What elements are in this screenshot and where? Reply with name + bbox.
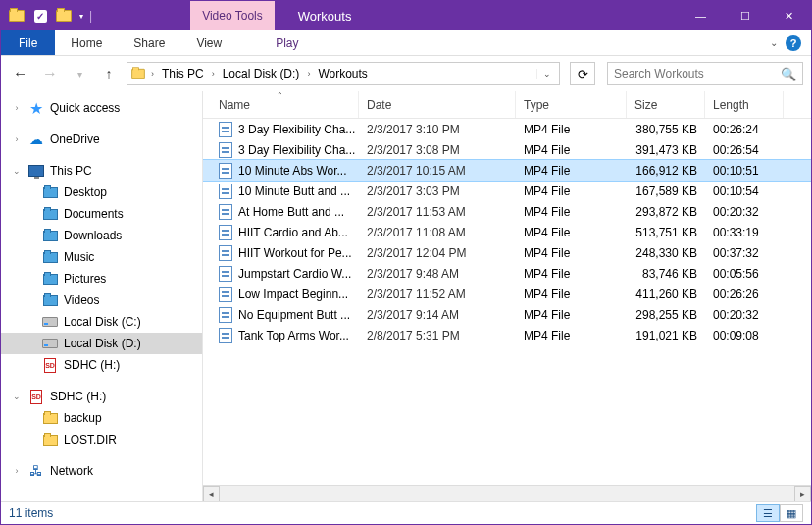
sidebar-onedrive[interactable]: › ☁ OneDrive bbox=[1, 129, 202, 150]
file-date: 2/3/2017 12:04 PM bbox=[359, 246, 516, 260]
sidebar-sdhc-1[interactable]: SDSDHC (H:) bbox=[1, 354, 202, 376]
maximize-button[interactable]: ☐ bbox=[723, 1, 767, 30]
recent-locations-icon[interactable]: ▾ bbox=[68, 62, 91, 85]
sidebar-network[interactable]: ›🖧Network bbox=[1, 460, 202, 482]
file-date: 2/3/2017 3:08 PM bbox=[359, 143, 516, 157]
minimize-button[interactable]: — bbox=[679, 1, 723, 30]
sidebar-desktop[interactable]: Desktop bbox=[1, 182, 202, 203]
file-date: 2/3/2017 11:53 AM bbox=[359, 205, 516, 219]
folder-icon bbox=[42, 292, 58, 308]
navigation-pane[interactable]: › ★ Quick access › ☁ OneDrive ⌄ This PC … bbox=[1, 91, 203, 501]
tab-home[interactable]: Home bbox=[55, 30, 118, 55]
sidebar-music[interactable]: Music bbox=[1, 246, 202, 268]
column-length[interactable]: Length bbox=[705, 91, 784, 118]
drive-icon bbox=[42, 336, 58, 351]
sidebar-local-c[interactable]: Local Disk (C:) bbox=[1, 311, 202, 333]
column-size[interactable]: Size bbox=[627, 91, 705, 118]
file-size: 380,755 KB bbox=[627, 123, 705, 136]
search-box[interactable]: 🔍 bbox=[607, 62, 803, 85]
item-count: 11 items bbox=[9, 506, 53, 520]
file-name: No Equipment Butt ... bbox=[238, 308, 350, 322]
file-date: 2/3/2017 11:08 AM bbox=[359, 226, 516, 239]
file-tab[interactable]: File bbox=[1, 30, 55, 55]
file-row[interactable]: 10 Minute Abs Wor...2/3/2017 10:15 AMMP4… bbox=[203, 160, 811, 181]
expander-icon[interactable]: ⌄ bbox=[11, 392, 23, 401]
expander-icon[interactable]: › bbox=[11, 103, 23, 113]
sidebar-videos[interactable]: Videos bbox=[1, 289, 202, 311]
crumb-workouts[interactable]: Workouts bbox=[314, 67, 371, 80]
sidebar-this-pc[interactable]: ⌄ This PC bbox=[1, 160, 202, 182]
sidebar-sdhc-2[interactable]: ⌄SDSDHC (H:) bbox=[1, 386, 202, 407]
scroll-left-icon[interactable]: ◂ bbox=[203, 486, 220, 502]
chevron-right-icon[interactable]: › bbox=[303, 69, 314, 79]
sidebar-lostdir[interactable]: LOST.DIR bbox=[1, 429, 202, 450]
file-row[interactable]: No Equipment Butt ...2/3/2017 9:14 AMMP4… bbox=[203, 304, 811, 325]
video-file-icon bbox=[219, 225, 232, 240]
file-row[interactable]: 3 Day Flexibility Cha...2/3/2017 3:08 PM… bbox=[203, 139, 811, 160]
column-date[interactable]: Date bbox=[359, 91, 516, 118]
horizontal-scrollbar[interactable]: ◂ ▸ bbox=[203, 485, 811, 501]
file-date: 2/3/2017 11:52 AM bbox=[359, 288, 516, 301]
file-row[interactable]: 3 Day Flexibility Cha...2/3/2017 3:10 PM… bbox=[203, 119, 811, 139]
address-bar[interactable]: › This PC › Local Disk (D:) › Workouts ⌄ bbox=[127, 62, 560, 85]
details-view-button[interactable]: ☰ bbox=[756, 504, 780, 522]
tab-view[interactable]: View bbox=[180, 30, 237, 55]
file-row[interactable]: At Home Butt and ...2/3/2017 11:53 AMMP4… bbox=[203, 201, 811, 222]
file-size: 166,912 KB bbox=[627, 164, 705, 178]
drive-icon bbox=[42, 314, 58, 330]
expander-icon[interactable]: › bbox=[11, 134, 23, 144]
chevron-right-icon[interactable]: › bbox=[208, 69, 219, 79]
explorer-icon[interactable] bbox=[7, 6, 26, 26]
file-type: MP4 File bbox=[516, 205, 627, 219]
file-name-cell: 10 Minute Butt and ... bbox=[211, 184, 359, 199]
sidebar-pictures[interactable]: Pictures bbox=[1, 268, 202, 289]
file-name-cell: No Equipment Butt ... bbox=[211, 307, 359, 323]
video-file-icon bbox=[219, 266, 232, 282]
properties-icon[interactable]: ✓ bbox=[30, 6, 50, 26]
file-row[interactable]: HIIT Cardio and Ab...2/3/2017 11:08 AMMP… bbox=[203, 222, 811, 242]
file-row[interactable]: Tank Top Arms Wor...2/8/2017 5:31 PMMP4 … bbox=[203, 325, 811, 345]
tab-play[interactable]: Play bbox=[260, 30, 314, 55]
file-row[interactable]: 10 Minute Butt and ...2/3/2017 3:03 PMMP… bbox=[203, 181, 811, 201]
scroll-track[interactable] bbox=[220, 486, 794, 502]
file-size: 411,260 KB bbox=[627, 288, 705, 301]
thumbnails-view-button[interactable]: ▦ bbox=[780, 504, 803, 522]
file-name: 10 Minute Abs Wor... bbox=[238, 164, 347, 178]
file-row[interactable]: HIIT Workout for Pe...2/3/2017 12:04 PMM… bbox=[203, 242, 811, 263]
sidebar-downloads[interactable]: Downloads bbox=[1, 225, 202, 246]
tab-share[interactable]: Share bbox=[118, 30, 180, 55]
expander-icon[interactable]: › bbox=[11, 466, 23, 476]
search-input[interactable] bbox=[614, 67, 781, 80]
crumb-this-pc[interactable]: This PC bbox=[158, 67, 208, 80]
file-length: 00:33:19 bbox=[705, 226, 784, 239]
column-name[interactable]: Name⌃ bbox=[211, 91, 359, 118]
file-type: MP4 File bbox=[516, 123, 627, 136]
file-row[interactable]: Jumpstart Cardio W...2/3/2017 9:48 AMMP4… bbox=[203, 263, 811, 284]
folder-icon bbox=[42, 432, 58, 447]
file-list[interactable]: 3 Day Flexibility Cha...2/3/2017 3:10 PM… bbox=[203, 119, 811, 485]
forward-button[interactable]: → bbox=[38, 62, 62, 85]
sidebar-documents[interactable]: Documents bbox=[1, 203, 202, 225]
back-button[interactable]: ← bbox=[9, 62, 32, 85]
up-button[interactable]: ↑ bbox=[97, 62, 121, 85]
help-icon[interactable]: ? bbox=[786, 35, 801, 51]
close-button[interactable]: ✕ bbox=[767, 1, 811, 30]
crumb-local-d[interactable]: Local Disk (D:) bbox=[219, 67, 304, 80]
collapse-ribbon-icon[interactable]: ⌄ bbox=[770, 37, 778, 48]
column-type[interactable]: Type bbox=[516, 91, 627, 118]
sidebar-quick-access[interactable]: › ★ Quick access bbox=[1, 97, 202, 119]
file-row[interactable]: Low Impact Beginn...2/3/2017 11:52 AMMP4… bbox=[203, 284, 811, 304]
scroll-right-icon[interactable]: ▸ bbox=[794, 486, 811, 502]
expander-icon[interactable]: ⌄ bbox=[11, 166, 23, 176]
sidebar-local-d[interactable]: Local Disk (D:) bbox=[1, 333, 202, 354]
file-length: 00:37:32 bbox=[705, 246, 784, 260]
new-folder-icon[interactable] bbox=[54, 6, 74, 26]
context-tool-label: Video Tools bbox=[190, 1, 275, 30]
video-file-icon bbox=[219, 184, 232, 199]
crumb-root-sep[interactable]: › bbox=[147, 69, 158, 79]
sidebar-backup[interactable]: backup bbox=[1, 407, 202, 429]
refresh-button[interactable]: ⟳ bbox=[570, 62, 595, 85]
address-history-icon[interactable]: ⌄ bbox=[536, 69, 557, 79]
search-icon[interactable]: 🔍 bbox=[781, 67, 796, 81]
qat-dropdown-icon[interactable]: ▾ bbox=[79, 12, 83, 21]
